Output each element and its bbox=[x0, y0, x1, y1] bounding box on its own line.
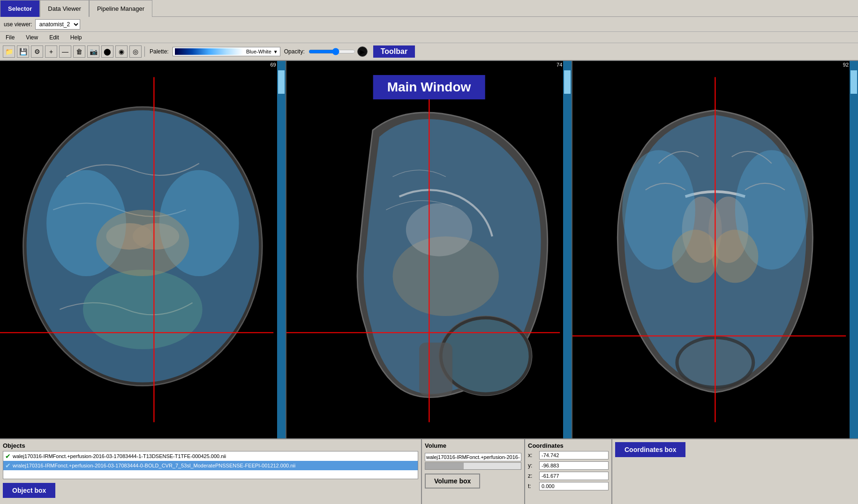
svg-rect-14 bbox=[419, 343, 452, 396]
left-scroll-num: 69 bbox=[270, 62, 276, 68]
viewer-label: use viewer: bbox=[4, 21, 32, 28]
coord-z-label: z: bbox=[528, 473, 537, 479]
brain-axial-svg bbox=[0, 61, 286, 438]
brain-sagittal-svg bbox=[286, 61, 572, 438]
center-scrollbar[interactable] bbox=[563, 61, 572, 438]
camera-button[interactable]: 📷 bbox=[87, 45, 99, 58]
viewer-panel-left[interactable]: 69 0 bbox=[0, 61, 286, 438]
svg-point-26 bbox=[672, 230, 719, 283]
coord-row-y: y: bbox=[528, 461, 609, 470]
coord-x-input[interactable] bbox=[539, 451, 609, 459]
right-scrollbar[interactable] bbox=[850, 61, 858, 438]
tab-selector-label: Selector bbox=[8, 5, 32, 12]
open-button[interactable]: 📁 bbox=[3, 45, 15, 58]
bottom-panel: Objects ✔ walej170316-IRMFonct.+perfusio… bbox=[0, 438, 858, 504]
coord-t-input[interactable] bbox=[539, 482, 609, 490]
object-row-1[interactable]: ✔ walej170316-IRMFonct.+perfusion-2016-0… bbox=[3, 451, 418, 461]
tab-selector[interactable]: Selector bbox=[0, 0, 40, 17]
opacity-play-button[interactable]: ▶ bbox=[357, 46, 368, 57]
coord-y-input[interactable] bbox=[539, 461, 609, 470]
center-scroll-thumb[interactable] bbox=[564, 70, 571, 94]
viewer-row: use viewer: anatomist_2 anatomist_1 anat… bbox=[0, 17, 858, 32]
toolbar-separator bbox=[144, 46, 145, 57]
tab-pipeline-manager[interactable]: Pipeline Manager bbox=[89, 0, 152, 17]
delete-button[interactable]: 🗑 bbox=[73, 45, 85, 58]
left-scroll-thumb[interactable] bbox=[278, 70, 285, 94]
right-scroll-num: 92 bbox=[843, 62, 849, 68]
object-box-button[interactable]: Object box bbox=[3, 483, 55, 498]
sphere2-button[interactable]: ◉ bbox=[115, 45, 128, 58]
svg-point-27 bbox=[712, 230, 759, 283]
toolbar: 📁 💾 ⚙ + — 🗑 📷 ⬤ ◉ ◎ Palette: Blue-White … bbox=[0, 43, 858, 61]
toolbar-title: Toolbar bbox=[373, 45, 415, 58]
coord-z-input[interactable] bbox=[539, 472, 609, 480]
coord-y-label: y: bbox=[528, 462, 537, 469]
menu-file[interactable]: File bbox=[3, 33, 17, 42]
save-button[interactable]: 💾 bbox=[17, 45, 29, 58]
volume-section: Volume Volume box bbox=[422, 439, 525, 504]
main-window-label: Main Window bbox=[373, 75, 485, 99]
volume-box-button[interactable]: Volume box bbox=[425, 474, 480, 489]
opacity-slider[interactable] bbox=[309, 48, 355, 55]
volume-scroll-thumb[interactable] bbox=[425, 463, 464, 469]
volume-title: Volume bbox=[425, 442, 521, 449]
menu-bar: File View Edit Help bbox=[0, 32, 858, 43]
coord-x-label: x: bbox=[528, 452, 537, 459]
coordinates-box-button[interactable]: Coordinates box bbox=[615, 442, 685, 457]
coord-row-x: x: bbox=[528, 451, 609, 459]
viewer-panel-center[interactable]: 74 0 Main Window bbox=[286, 61, 573, 438]
left-scrollbar[interactable] bbox=[277, 61, 286, 438]
svg-point-8 bbox=[96, 210, 189, 277]
palette-bar[interactable]: Blue-White ▼ bbox=[173, 47, 280, 56]
minus-button[interactable]: — bbox=[59, 45, 71, 58]
objects-section: Objects ✔ walej170316-IRMFonct.+perfusio… bbox=[0, 439, 422, 504]
right-scroll-thumb[interactable] bbox=[850, 70, 857, 94]
object-label-2: wralej170316-IRMFonct.+perfusion-2016-03… bbox=[13, 463, 295, 468]
add-button[interactable]: + bbox=[45, 45, 57, 58]
volume-input[interactable] bbox=[425, 453, 521, 461]
coord-row-z: z: bbox=[528, 472, 609, 480]
menu-help[interactable]: Help bbox=[68, 33, 85, 42]
coord-row-t: t: bbox=[528, 482, 609, 490]
coordinates-section: Coordinates x: y: z: t: bbox=[525, 439, 612, 504]
palette-gradient bbox=[175, 48, 243, 55]
object-row-2[interactable]: ✔ wralej170316-IRMFonct.+perfusion-2016-… bbox=[3, 461, 418, 470]
tab-pipeline-manager-label: Pipeline Manager bbox=[97, 5, 144, 12]
coord-t-label: t: bbox=[528, 483, 537, 489]
tab-data-viewer[interactable]: Data Viewer bbox=[40, 0, 89, 17]
sphere1-button[interactable]: ⬤ bbox=[101, 45, 113, 58]
brain-coronal-svg bbox=[572, 61, 858, 438]
sphere3-button[interactable]: ◎ bbox=[129, 45, 142, 58]
svg-point-16 bbox=[406, 203, 472, 256]
palette-value: Blue-White bbox=[246, 49, 271, 54]
svg-point-7 bbox=[83, 270, 203, 349]
palette-label: Palette: bbox=[150, 48, 169, 55]
objects-list: ✔ walej170316-IRMFonct.+perfusion-2016-0… bbox=[3, 451, 418, 479]
opacity-label: Opacity: bbox=[284, 48, 305, 55]
check-icon-1: ✔ bbox=[5, 452, 11, 460]
viewer-select[interactable]: anatomist_2 anatomist_1 anatomist_3 bbox=[35, 19, 80, 30]
coordinates-title: Coordinates bbox=[528, 442, 609, 449]
viewer-panels: 69 0 bbox=[0, 61, 858, 438]
viewer-panel-right[interactable]: 92 0 bbox=[572, 61, 858, 438]
object-label-1: walej170316-IRMFonct.+perfusion-2016-03-… bbox=[13, 453, 226, 459]
palette-dropdown-icon[interactable]: ▼ bbox=[273, 49, 278, 54]
menu-edit[interactable]: Edit bbox=[46, 33, 62, 42]
tab-bar: Selector Data Viewer Pipeline Manager bbox=[0, 0, 858, 17]
svg-point-13 bbox=[442, 319, 528, 392]
settings-button[interactable]: ⚙ bbox=[31, 45, 43, 58]
tab-data-viewer-label: Data Viewer bbox=[48, 5, 81, 12]
center-scroll-num: 74 bbox=[557, 62, 562, 68]
objects-title: Objects bbox=[3, 442, 418, 449]
check-icon-2: ✔ bbox=[5, 462, 11, 469]
volume-scroll[interactable] bbox=[425, 462, 521, 470]
coord-box-section: Coordinates box bbox=[612, 439, 858, 504]
main-content: 69 0 bbox=[0, 61, 858, 504]
menu-view[interactable]: View bbox=[23, 33, 41, 42]
